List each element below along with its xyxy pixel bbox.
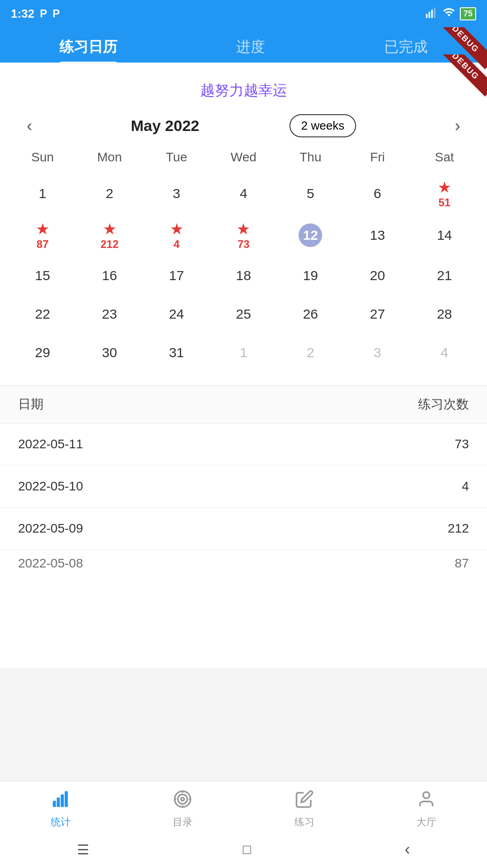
svg-rect-4 (53, 801, 56, 807)
prev-month-button[interactable]: ‹ (18, 116, 41, 136)
home-button[interactable]: □ (243, 842, 251, 857)
star-icon-day11: ★ (236, 220, 250, 238)
day-27[interactable]: 27 (344, 295, 411, 333)
day-next-3[interactable]: 3 (344, 333, 411, 372)
day-18[interactable]: 18 (210, 256, 277, 295)
practice-icon (295, 790, 314, 813)
hall-label: 大厅 (416, 815, 436, 829)
svg-rect-3 (434, 8, 436, 18)
day-22[interactable]: 22 (9, 295, 76, 333)
stats-label: 统计 (51, 815, 71, 829)
status-time: 1:32 (11, 7, 34, 21)
tab-calendar[interactable]: 练习日历 (41, 32, 135, 63)
days-grid: 1 2 3 4 5 6 ★ 51 (9, 173, 478, 372)
main-content: 越努力越幸运 ‹ May 2022 2 weeks › Sun Mon Tue … (0, 63, 487, 668)
day-10[interactable]: ★ 4 (143, 214, 210, 256)
svg-rect-5 (57, 798, 60, 807)
day-28[interactable]: 28 (411, 295, 478, 333)
table-row-3[interactable]: 2022-05-09 212 (0, 508, 487, 550)
day-6[interactable]: 6 (344, 173, 411, 214)
tab-progress[interactable]: 进度 (218, 32, 283, 63)
weekday-header-row: Sun Mon Tue Wed Thu Fri Sat (9, 146, 478, 168)
practice-label: 练习 (294, 815, 314, 829)
star-count-day8: 87 (37, 238, 49, 251)
day-24[interactable]: 24 (143, 295, 210, 333)
next-month-button[interactable]: › (446, 116, 469, 136)
day-19[interactable]: 19 (277, 256, 344, 295)
weekday-sun: Sun (9, 146, 76, 168)
svg-rect-0 (426, 14, 428, 18)
day-31[interactable]: 31 (143, 333, 210, 372)
nav-item-hall[interactable]: 大厅 (416, 790, 436, 829)
menu-button[interactable]: ☰ (77, 842, 89, 858)
status-icon-p1: P (40, 7, 47, 20)
day-25[interactable]: 25 (210, 295, 277, 333)
signal-icon (425, 6, 438, 21)
system-nav: ☰ □ ‹ (0, 834, 487, 868)
table-row-1[interactable]: 2022-05-11 73 (0, 423, 487, 466)
nav-item-catalog[interactable]: 目录 (173, 790, 193, 829)
nav-item-practice[interactable]: 练习 (294, 790, 314, 829)
date-column-header: 日期 (18, 396, 43, 413)
svg-rect-7 (65, 791, 68, 807)
weeks-selector-button[interactable]: 2 weeks (289, 114, 356, 137)
svg-point-9 (178, 795, 188, 804)
table-date-3: 2022-05-09 (18, 521, 83, 536)
day-next-1[interactable]: 1 (210, 333, 277, 372)
table-header: 日期 练习次数 (0, 386, 487, 423)
day-26[interactable]: 26 (277, 295, 344, 333)
day-1[interactable]: 1 (9, 173, 76, 214)
stats-icon (51, 790, 70, 813)
svg-point-15 (423, 792, 429, 798)
day-17[interactable]: 17 (143, 256, 210, 295)
svg-rect-6 (61, 795, 64, 807)
star-count-day11: 73 (237, 238, 250, 251)
svg-rect-1 (429, 12, 430, 18)
weekday-tue: Tue (143, 146, 210, 168)
day-5[interactable]: 5 (277, 173, 344, 214)
weekday-sat: Sat (411, 146, 478, 168)
bottom-spacer (0, 577, 487, 668)
table-row-2[interactable]: 2022-05-10 4 (0, 466, 487, 508)
day-11[interactable]: ★ 73 (210, 214, 277, 256)
back-button[interactable]: ‹ (405, 840, 410, 859)
day-12[interactable]: 12 (277, 214, 344, 256)
day-30[interactable]: 30 (76, 333, 143, 372)
wifi-icon (443, 6, 455, 21)
table-row-4-partial[interactable]: 2022-05-08 87 (0, 550, 487, 577)
day-next-4[interactable]: 4 (411, 333, 478, 372)
count-column-header: 练习次数 (418, 396, 469, 413)
day-7[interactable]: ★ 51 (411, 173, 478, 214)
star-icon-day7: ★ (438, 178, 451, 196)
star-count-day10: 4 (174, 238, 179, 251)
star-icon-day9: ★ (103, 220, 116, 238)
day-21[interactable]: 21 (411, 256, 478, 295)
day-3[interactable]: 3 (143, 173, 210, 214)
day-20[interactable]: 20 (344, 256, 411, 295)
calendar-header: ‹ May 2022 2 weeks › (0, 105, 487, 146)
day-2[interactable]: 2 (76, 173, 143, 214)
day-8[interactable]: ★ 87 (9, 214, 76, 256)
day-16[interactable]: 16 (76, 256, 143, 295)
day-15[interactable]: 15 (9, 256, 76, 295)
day-4[interactable]: 4 (210, 173, 277, 214)
nav-item-stats[interactable]: 统计 (51, 790, 71, 829)
day-next-2[interactable]: 2 (277, 333, 344, 372)
table-date-1: 2022-05-11 (18, 437, 83, 451)
day-23[interactable]: 23 (76, 295, 143, 333)
tab-completed[interactable]: 已完成 (366, 32, 446, 63)
debug-badge-2: DEBUG (437, 54, 487, 104)
calendar-grid: Sun Mon Tue Wed Thu Fri Sat 1 2 3 (0, 146, 487, 372)
day-9[interactable]: ★ 212 (76, 214, 143, 256)
weekday-fri: Fri (344, 146, 411, 168)
table-count-4: 87 (455, 556, 469, 571)
star-icon-day8: ★ (36, 220, 49, 238)
svg-point-10 (181, 798, 184, 801)
day-14[interactable]: 14 (411, 214, 478, 256)
table-count-3: 212 (448, 521, 469, 536)
hall-icon (417, 790, 436, 813)
catalog-icon (173, 790, 192, 813)
day-13[interactable]: 13 (344, 214, 411, 256)
day-29[interactable]: 29 (9, 333, 76, 372)
weekday-mon: Mon (76, 146, 143, 168)
